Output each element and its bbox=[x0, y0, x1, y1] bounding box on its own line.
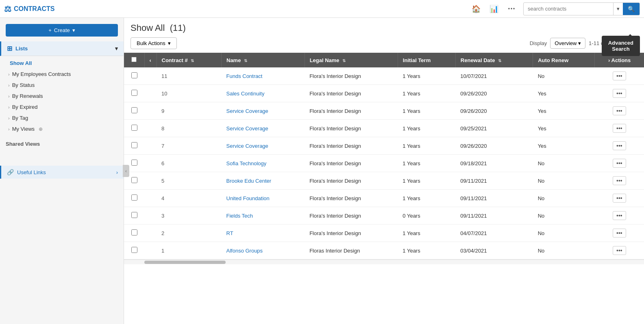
actions-cell[interactable]: ••• bbox=[595, 120, 644, 137]
actions-cell[interactable]: ••• bbox=[595, 190, 644, 207]
row-checkbox-cell[interactable] bbox=[124, 102, 144, 120]
row-checkbox[interactable] bbox=[131, 142, 137, 148]
sidebar-item-by-status[interactable]: › By Status bbox=[0, 80, 124, 91]
row-checkbox[interactable] bbox=[131, 90, 137, 96]
search-go-button[interactable]: 🔍 bbox=[623, 3, 640, 15]
name-cell[interactable]: RT bbox=[222, 225, 305, 242]
row-actions-button[interactable]: ••• bbox=[613, 159, 626, 168]
actions-cell[interactable]: ••• bbox=[595, 85, 644, 102]
row-checkbox[interactable] bbox=[131, 229, 137, 235]
row-checkbox[interactable] bbox=[131, 212, 137, 218]
sidebar-item-by-tag[interactable]: › By Tag bbox=[0, 112, 124, 123]
renewal-date-cell: 10/07/2021 bbox=[455, 67, 533, 85]
sidebar-item-shared-views[interactable] bbox=[0, 149, 124, 153]
row-checkbox[interactable] bbox=[131, 247, 137, 253]
row-actions-button[interactable]: ••• bbox=[613, 246, 626, 255]
create-button[interactable]: + Create ▾ bbox=[6, 24, 118, 37]
row-checkbox-cell[interactable] bbox=[124, 190, 144, 207]
column-legal-name[interactable]: Legal Name ⇅ bbox=[305, 53, 398, 67]
search-input[interactable] bbox=[524, 6, 613, 12]
row-actions-button[interactable]: ••• bbox=[613, 71, 626, 80]
back-nav-header[interactable]: ‹ bbox=[144, 53, 157, 67]
row-actions-button[interactable]: ••• bbox=[613, 211, 626, 220]
create-label: Create bbox=[54, 27, 70, 33]
row-checkbox[interactable] bbox=[131, 107, 137, 113]
row-checkbox[interactable] bbox=[131, 177, 137, 183]
renewal-date-cell: 09/18/2021 bbox=[455, 155, 533, 172]
row-checkbox[interactable] bbox=[131, 125, 137, 131]
legal-name-cell: Flora's Interior Design bbox=[305, 207, 398, 225]
contract-num-cell: 11 bbox=[157, 67, 222, 85]
advanced-search-label: AdvancedSearch bbox=[608, 40, 633, 52]
name-cell[interactable]: Service Coverage bbox=[222, 102, 305, 120]
name-cell[interactable]: Fields Tech bbox=[222, 207, 305, 225]
actions-cell[interactable]: ••• bbox=[595, 155, 644, 172]
sidebar-item-my-views[interactable]: › My Views ⊕ bbox=[0, 123, 124, 134]
select-all-checkbox-header[interactable] bbox=[124, 53, 144, 67]
row-checkbox[interactable] bbox=[131, 160, 137, 166]
bulk-actions-button[interactable]: Bulk Actions ▾ bbox=[131, 37, 177, 49]
contract-num-cell: 4 bbox=[157, 190, 222, 207]
name-cell[interactable]: Funds Contract bbox=[222, 67, 305, 85]
column-renewal-date[interactable]: Renewal Date ⇅ bbox=[455, 53, 533, 67]
name-cell[interactable]: Sales Continuity bbox=[222, 85, 305, 102]
row-checkbox-cell[interactable] bbox=[124, 120, 144, 137]
overview-dropdown-button[interactable]: Overview ▾ bbox=[550, 38, 585, 49]
actions-cell[interactable]: ••• bbox=[595, 225, 644, 242]
actions-cell[interactable]: ••• bbox=[595, 67, 644, 85]
sidebar-collapse-handle[interactable]: ‹ bbox=[123, 165, 129, 177]
sidebar-item-my-employees[interactable]: › My Employees Contracts bbox=[0, 69, 124, 80]
initial-term-cell: 1 Years bbox=[398, 67, 455, 85]
row-checkbox-cell[interactable] bbox=[124, 242, 144, 259]
column-name[interactable]: Name ⇅ bbox=[222, 53, 305, 67]
lists-section-header[interactable]: ⊞ Lists ▾ bbox=[0, 41, 124, 56]
chart-button[interactable]: 📊 bbox=[487, 2, 501, 16]
row-actions-button[interactable]: ••• bbox=[613, 141, 626, 150]
row-actions-button[interactable]: ••• bbox=[613, 229, 626, 238]
row-actions-button[interactable]: ••• bbox=[613, 89, 626, 98]
row-actions-button[interactable]: ••• bbox=[613, 176, 626, 185]
column-auto-renew: Auto Renew bbox=[533, 53, 595, 67]
actions-cell[interactable]: ••• bbox=[595, 102, 644, 120]
chevron-right-icon: › bbox=[8, 127, 10, 132]
row-checkbox[interactable] bbox=[131, 194, 137, 201]
column-contract-num[interactable]: Contract # ⇅ bbox=[157, 53, 222, 67]
select-all-checkbox[interactable] bbox=[131, 57, 137, 62]
name-cell[interactable]: Service Coverage bbox=[222, 120, 305, 137]
row-actions-button[interactable]: ••• bbox=[613, 124, 626, 133]
renewal-date-cell: 09/26/2020 bbox=[455, 85, 533, 102]
contract-num-cell: 7 bbox=[157, 137, 222, 155]
nav-item-label: By Expired bbox=[12, 104, 38, 110]
name-cell[interactable]: United Foundation bbox=[222, 190, 305, 207]
name-cell[interactable]: Sofia Technology bbox=[222, 155, 305, 172]
more-button[interactable]: ••• bbox=[505, 2, 519, 16]
row-checkbox-cell[interactable] bbox=[124, 207, 144, 225]
row-checkbox-cell[interactable] bbox=[124, 137, 144, 155]
chevron-right-icon: › bbox=[8, 105, 10, 110]
renewal-date-cell: 09/11/2021 bbox=[455, 172, 533, 190]
actions-cell[interactable]: ••• bbox=[595, 207, 644, 225]
search-dropdown-button[interactable]: ▾ bbox=[613, 3, 623, 15]
row-actions-button[interactable]: ••• bbox=[613, 106, 626, 115]
row-checkbox[interactable] bbox=[131, 72, 137, 78]
row-checkbox-cell[interactable] bbox=[124, 85, 144, 102]
auto-renew-cell: No bbox=[533, 207, 595, 225]
name-cell[interactable]: Alfonso Groups bbox=[222, 242, 305, 259]
name-cell[interactable]: Service Coverage bbox=[222, 137, 305, 155]
home-button[interactable]: 🏠 bbox=[469, 2, 483, 16]
actions-cell[interactable]: ••• bbox=[595, 172, 644, 190]
show-all-item[interactable]: Show All bbox=[0, 58, 124, 69]
sidebar-item-useful-links[interactable]: 🔗 Useful Links › bbox=[0, 166, 124, 179]
sidebar-item-by-expired[interactable]: › By Expired bbox=[0, 102, 124, 112]
row-actions-button[interactable]: ••• bbox=[613, 194, 626, 203]
contract-num-cell: 3 bbox=[157, 207, 222, 225]
sidebar-item-by-renewals[interactable]: › By Renewals bbox=[0, 91, 124, 102]
actions-cell[interactable]: ••• bbox=[595, 242, 644, 259]
name-cell[interactable]: Brooke Edu Center bbox=[222, 172, 305, 190]
row-checkbox-cell[interactable] bbox=[124, 67, 144, 85]
actions-cell[interactable]: ••• bbox=[595, 137, 644, 155]
sort-icon: ⇅ bbox=[191, 58, 194, 63]
row-checkbox-cell[interactable] bbox=[124, 225, 144, 242]
renewal-date-cell: 03/04/2021 bbox=[455, 242, 533, 259]
horizontal-scrollbar[interactable] bbox=[124, 259, 644, 264]
